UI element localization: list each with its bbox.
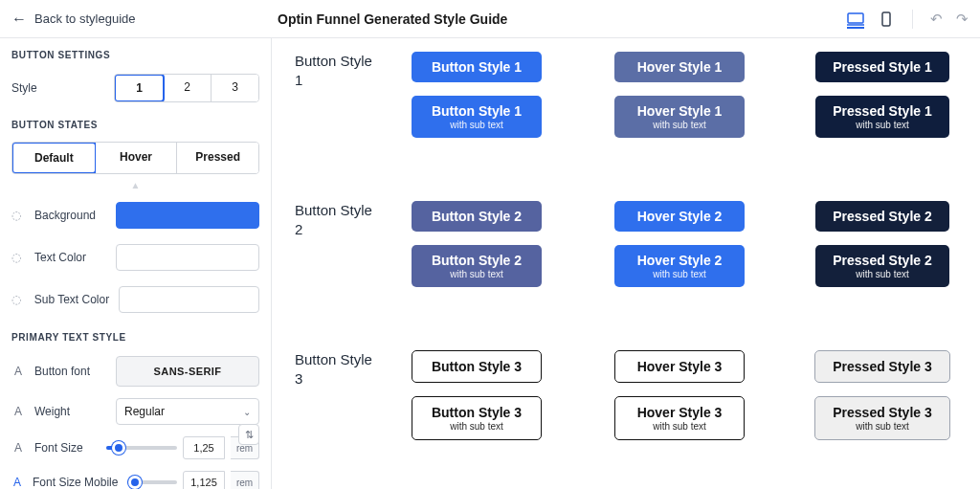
fontsize-value[interactable]: 1,25 [183,436,225,459]
page-title: Optin Funnel Generated Style Guide [278,11,507,27]
style-option-3[interactable]: 3 [212,75,258,101]
fontsize-mobile-slider[interactable] [127,480,177,484]
preview-button-sub[interactable]: Pressed Style 1with sub text [815,96,949,138]
undo-icon[interactable]: ↶ [930,11,943,28]
redo-icon[interactable]: ↷ [956,11,969,28]
preview-button[interactable]: Hover Style 3 [614,350,745,383]
row-label: Button Style 2 [295,201,379,238]
drop-icon: ◌ [11,209,25,222]
preview-button[interactable]: Pressed Style 3 [814,350,950,383]
drop-icon: ◌ [11,293,25,306]
subtext-color-swatch[interactable] [119,286,259,313]
style-segment: 1 2 3 [114,74,259,102]
preview-button-sub[interactable]: Hover Style 3with sub text [614,396,745,440]
preview-button-sub[interactable]: Hover Style 1with sub text [614,96,745,138]
preview-button[interactable]: Button Style 3 [412,350,542,383]
weight-label: Weight [34,405,70,418]
sidebar: BUTTON SETTINGS Style 1 2 3 BUTTON STATE… [0,38,272,489]
preview-button-sub[interactable]: Pressed Style 2with sub text [815,245,949,287]
topbar: ← Back to styleguide Optin Funnel Genera… [0,0,980,38]
preview-button[interactable]: Button Style 1 [412,52,542,82]
state-segment: Default Hover Pressed [11,142,259,174]
svg-rect-0 [848,13,863,23]
arrow-left-icon: ← [11,11,27,28]
preview-button-sub[interactable]: Hover Style 2with sub text [614,245,745,287]
preview-button[interactable]: Hover Style 1 [614,52,745,82]
caret-up-icon: ▲ [0,178,271,194]
drop-icon: ◌ [11,251,25,264]
preview-button-sub[interactable]: Pressed Style 3with sub text [814,396,950,440]
state-hover[interactable]: Hover [96,143,178,173]
style-option-2[interactable]: 2 [164,75,212,101]
fontsize-mobile-label: Font Size Mobile [33,476,118,489]
preview-button[interactable]: Hover Style 2 [614,201,745,232]
text-color-swatch[interactable] [116,244,259,271]
preview-button[interactable]: Button Style 2 [412,201,542,232]
state-default[interactable]: Default [11,142,97,174]
weight-select[interactable]: Regular⌄ [116,398,259,425]
back-link[interactable]: ← Back to styleguide [11,11,136,28]
mobile-icon[interactable] [878,12,895,26]
fontsize-label: Font Size [34,441,83,455]
font-icon: A [11,476,23,489]
section-button-settings: BUTTON SETTINGS [0,38,271,68]
row-label: Button Style 3 [295,350,379,388]
bg-label: Background [34,209,96,222]
style-option-1[interactable]: 1 [114,74,165,102]
subtext-color-label: Sub Text Color [34,293,110,306]
preview-button-sub[interactable]: Button Style 1with sub text [412,96,542,138]
preview-button-sub[interactable]: Button Style 3with sub text [412,396,542,440]
button-font-select[interactable]: SANS-SERIF [116,356,259,387]
preview-pane: Button Style 1Button Style 1Hover Style … [272,38,980,489]
font-icon: A [11,405,25,418]
row-label: Button Style 1 [295,52,379,89]
preview-button-sub[interactable]: Button Style 2with sub text [412,245,542,287]
bg-swatch[interactable] [116,202,259,229]
text-color-label: Text Color [34,251,86,264]
style-label: Style [11,81,37,95]
font-icon: A [11,365,25,378]
back-label: Back to styleguide [34,11,136,26]
desktop-icon[interactable] [847,15,864,29]
button-font-label: Button font [34,365,90,378]
fontsize-mobile-unit[interactable]: rem [231,471,259,489]
link-icon[interactable]: ⇅ [238,424,259,445]
preview-button[interactable]: Pressed Style 1 [815,52,949,82]
topbar-right: ↶ ↷ [847,10,969,29]
divider [912,10,913,29]
fontsize-slider[interactable] [106,446,177,450]
font-icon: A [11,441,25,455]
preview-button[interactable]: Pressed Style 2 [815,201,949,232]
fontsize-mobile-value[interactable]: 1,125 [183,471,225,489]
section-primary-text: PRIMARY TEXT STYLE [0,321,271,350]
svg-rect-2 [882,12,890,26]
state-pressed[interactable]: Pressed [177,143,258,173]
chevron-down-icon: ⌄ [243,407,251,417]
section-button-states: BUTTON STATES [0,108,271,138]
